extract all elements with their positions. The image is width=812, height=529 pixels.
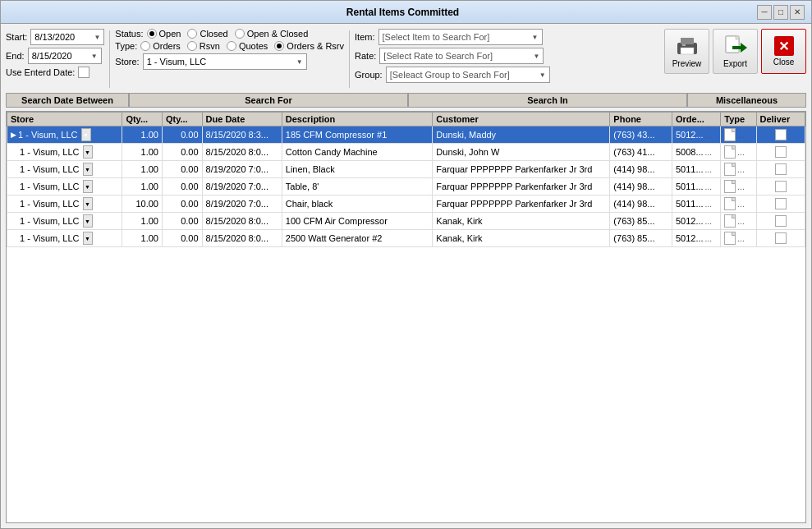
deliver-checkbox[interactable] bbox=[775, 232, 787, 244]
ellipsis-btn[interactable]: ... bbox=[705, 217, 712, 226]
doc-icon[interactable] bbox=[724, 145, 736, 159]
type-quotes-option[interactable]: Quotes bbox=[227, 41, 268, 51]
store-dropdown-btn[interactable]: ▼ bbox=[81, 128, 91, 141]
date-controls: Start: 8/13/2020 ▼ End: 8/15/2020 ▼ Use … bbox=[6, 29, 104, 78]
col-deliver[interactable]: Deliver bbox=[756, 113, 805, 126]
item-select[interactable]: [Select Item to Search For] ▼ bbox=[378, 29, 543, 45]
status-open-closed-radio[interactable] bbox=[235, 29, 245, 39]
table-row[interactable]: 1 - Visum, LLC ▼ 10.000.008/19/2020 7:0.… bbox=[7, 196, 805, 213]
deliver-checkbox[interactable] bbox=[775, 146, 787, 158]
type-orders-option[interactable]: Orders bbox=[140, 41, 181, 51]
store-dropdown-btn[interactable]: ▼ bbox=[83, 214, 93, 228]
cell-deliver[interactable] bbox=[756, 178, 805, 196]
use-entered-checkbox[interactable] bbox=[78, 67, 89, 78]
deliver-checkbox[interactable] bbox=[775, 198, 787, 209]
group-arrow-icon: ▼ bbox=[539, 71, 546, 79]
ellipsis-type-btn[interactable]: ... bbox=[737, 182, 744, 191]
cell-type[interactable]: ... bbox=[721, 126, 756, 144]
doc-icon[interactable] bbox=[724, 197, 736, 210]
data-table-container[interactable]: Store Qty... Qty... Due Date Description… bbox=[6, 111, 806, 523]
export-button[interactable]: Export bbox=[713, 29, 758, 74]
doc-icon[interactable] bbox=[724, 232, 736, 245]
col-qty1[interactable]: Qty... bbox=[122, 113, 163, 126]
ellipsis-type-btn[interactable]: ... bbox=[737, 217, 744, 226]
type-orders-rsrv-option[interactable]: Orders & Rsrv bbox=[274, 41, 344, 51]
col-customer[interactable]: Customer bbox=[433, 113, 610, 126]
doc-icon[interactable] bbox=[724, 214, 736, 228]
deliver-checkbox[interactable] bbox=[775, 163, 787, 175]
cell-deliver[interactable] bbox=[756, 196, 805, 213]
table-row[interactable]: 1 - Visum, LLC ▼ 1.000.008/19/2020 7:0..… bbox=[7, 178, 805, 196]
col-order[interactable]: Orde... bbox=[672, 113, 720, 126]
ellipsis-btn[interactable]: ... bbox=[705, 131, 712, 140]
store-dropdown-btn[interactable]: ▼ bbox=[83, 197, 93, 210]
col-type[interactable]: Type bbox=[721, 113, 756, 126]
cell-deliver[interactable] bbox=[756, 144, 805, 161]
store-select[interactable]: 1 - Visum, LLC ▼ bbox=[143, 53, 307, 70]
cell-type[interactable]: ... bbox=[721, 144, 756, 161]
type-quotes-radio[interactable] bbox=[227, 41, 236, 51]
rate-select[interactable]: [Select Rate to Search For] ▼ bbox=[379, 48, 544, 64]
cell-deliver[interactable] bbox=[756, 213, 805, 230]
cell-store: 1 - Visum, LLC ▼ bbox=[7, 213, 122, 230]
store-dropdown-btn[interactable]: ▼ bbox=[83, 232, 93, 245]
ellipsis-type-btn[interactable]: ... bbox=[737, 234, 744, 243]
store-dropdown-btn[interactable]: ▼ bbox=[83, 180, 93, 193]
end-date-input[interactable]: 8/15/2020 ▼ bbox=[28, 48, 102, 64]
status-open-closed-option[interactable]: Open & Closed bbox=[235, 29, 309, 39]
start-date-input[interactable]: 8/13/2020 ▼ bbox=[30, 29, 104, 45]
type-row: Type: Orders Rsvn Quotes bbox=[115, 41, 344, 51]
type-orders-rsrv-radio[interactable] bbox=[274, 41, 284, 51]
ellipsis-type-btn[interactable]: ... bbox=[737, 131, 744, 140]
cell-type[interactable]: ... bbox=[721, 196, 756, 213]
close-button[interactable]: ✕ Close bbox=[761, 29, 806, 74]
table-row[interactable]: 1 - Visum, LLC ▼ 1.000.008/15/2020 8:0..… bbox=[7, 144, 805, 161]
cell-deliver[interactable] bbox=[756, 161, 805, 178]
col-phone[interactable]: Phone bbox=[610, 113, 672, 126]
deliver-checkbox[interactable] bbox=[775, 181, 787, 192]
table-row[interactable]: 1 - Visum, LLC ▼ 1.000.008/15/2020 8:0..… bbox=[7, 213, 805, 230]
maximize-button[interactable]: □ bbox=[773, 5, 788, 20]
ellipsis-type-btn[interactable]: ... bbox=[737, 165, 744, 174]
group-select[interactable]: [Seleact Group to Search For] ▼ bbox=[386, 67, 550, 83]
store-dropdown-btn[interactable]: ▼ bbox=[83, 163, 93, 176]
cell-type[interactable]: ... bbox=[721, 161, 756, 178]
type-rsvn-radio[interactable] bbox=[187, 41, 197, 51]
type-rsvn-option[interactable]: Rsvn bbox=[187, 41, 220, 51]
close-window-button[interactable]: ✕ bbox=[790, 5, 805, 20]
ellipsis-type-btn[interactable]: ... bbox=[737, 148, 744, 157]
minimize-button[interactable]: ─ bbox=[757, 5, 772, 20]
status-open-radio[interactable] bbox=[147, 29, 157, 39]
cell-deliver[interactable] bbox=[756, 126, 805, 144]
store-dropdown-btn[interactable]: ▼ bbox=[83, 145, 93, 159]
ellipsis-type-btn[interactable]: ... bbox=[737, 200, 744, 209]
col-qty2[interactable]: Qty... bbox=[162, 113, 202, 126]
doc-icon[interactable] bbox=[724, 163, 736, 176]
table-row[interactable]: ▶ 1 - Visum, LLC ▼ 1.000.008/15/2020 8:3… bbox=[7, 126, 805, 144]
ellipsis-btn[interactable]: ... bbox=[705, 182, 712, 191]
cell-due-date: 8/19/2020 7:0... bbox=[202, 196, 282, 213]
ellipsis-btn[interactable]: ... bbox=[705, 165, 712, 174]
row-arrow-icon: ▶ bbox=[11, 131, 16, 139]
col-description[interactable]: Description bbox=[282, 113, 433, 126]
preview-button[interactable]: Preview bbox=[664, 29, 709, 74]
type-orders-radio[interactable] bbox=[140, 41, 150, 51]
doc-icon[interactable] bbox=[724, 180, 736, 193]
cell-type[interactable]: ... bbox=[721, 230, 756, 247]
status-closed-radio[interactable] bbox=[187, 29, 197, 39]
deliver-checkbox[interactable] bbox=[775, 215, 787, 227]
table-row[interactable]: 1 - Visum, LLC ▼ 1.000.008/15/2020 8:0..… bbox=[7, 230, 805, 247]
status-closed-option[interactable]: Closed bbox=[187, 29, 227, 39]
doc-icon[interactable] bbox=[724, 128, 736, 141]
table-row[interactable]: 1 - Visum, LLC ▼ 1.000.008/19/2020 7:0..… bbox=[7, 161, 805, 178]
cell-type[interactable]: ... bbox=[721, 213, 756, 230]
col-due-date[interactable]: Due Date bbox=[202, 113, 282, 126]
cell-deliver[interactable] bbox=[756, 230, 805, 247]
ellipsis-btn[interactable]: ... bbox=[705, 200, 712, 209]
ellipsis-btn[interactable]: ... bbox=[705, 148, 712, 157]
col-store[interactable]: Store bbox=[7, 113, 122, 126]
ellipsis-btn[interactable]: ... bbox=[705, 234, 712, 243]
status-open-option[interactable]: Open bbox=[147, 29, 181, 39]
cell-type[interactable]: ... bbox=[721, 178, 756, 196]
deliver-checkbox[interactable] bbox=[775, 129, 787, 140]
